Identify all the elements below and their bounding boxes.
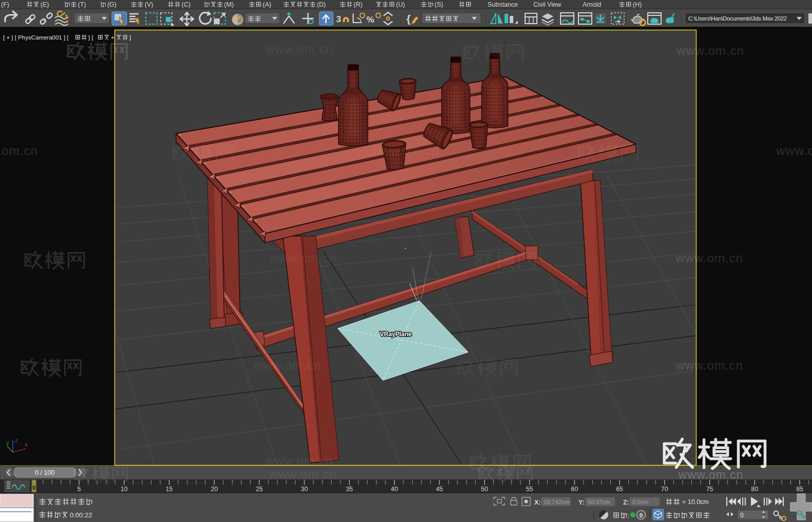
svg-text:www.om.cn: www.om.cn — [675, 251, 743, 265]
svg-text:www.om.cn: www.om.cn — [0, 144, 38, 158]
svg-text:VRayPlane: VRayPlane — [380, 331, 412, 338]
svg-text:0: 0 — [32, 485, 35, 491]
svg-text:0: 0 — [740, 512, 744, 519]
svg-text:www.om.cn: www.om.cn — [776, 144, 812, 158]
svg-text:50.37cm: 50.37cm — [588, 499, 610, 505]
svg-text:+: + — [111, 34, 114, 41]
svg-text:75: 75 — [706, 486, 713, 493]
svg-text:www.om.cn: www.om.cn — [265, 42, 333, 56]
svg-text:85: 85 — [796, 486, 803, 493]
svg-text:3: 3 — [336, 14, 341, 24]
svg-text:y: y — [6, 439, 9, 446]
svg-text:%: % — [366, 15, 374, 25]
svg-text:(V): (V) — [145, 1, 153, 8]
svg-text:= 10.0cm: = 10.0cm — [682, 498, 709, 506]
svg-text:(U): (U) — [396, 1, 405, 8]
svg-text:Z:: Z: — [623, 499, 629, 506]
svg-text::: : — [627, 512, 629, 519]
svg-text:C:\Users\Han\Documents\3ds Max: C:\Users\Han\Documents\3ds Max 2022 — [688, 15, 787, 22]
svg-text:80: 80 — [751, 486, 758, 493]
svg-text:(T): (T) — [78, 1, 86, 8]
svg-text:10: 10 — [121, 486, 128, 493]
svg-text:0 / 100: 0 / 100 — [35, 469, 54, 476]
svg-text:(M): (M) — [224, 1, 234, 8]
svg-text:70: 70 — [661, 486, 668, 493]
svg-text:]: ] — [129, 34, 131, 41]
svg-text:(D): (D) — [317, 1, 325, 8]
svg-text:Y:: Y: — [578, 499, 585, 506]
svg-text:(F): (F) — [1, 1, 9, 8]
svg-text:www.om.cn: www.om.cn — [371, 144, 439, 158]
svg-text:0: 0 — [640, 512, 643, 518]
svg-text:www.om.cn: www.om.cn — [675, 358, 743, 372]
svg-text:0.0cm: 0.0cm — [632, 499, 648, 505]
svg-text:(G): (G) — [107, 1, 117, 8]
svg-text:(H): (H) — [633, 1, 642, 8]
svg-text:(A): (A) — [263, 1, 272, 8]
svg-text:Substance: Substance — [488, 1, 518, 8]
svg-text:35: 35 — [346, 486, 353, 493]
svg-text:60: 60 — [571, 486, 578, 493]
svg-text:5: 5 — [78, 486, 81, 493]
svg-text:www.om.cn: www.om.cn — [676, 44, 744, 57]
svg-text:15.742cm: 15.742cm — [544, 499, 570, 505]
svg-text:www.om.cn: www.om.cn — [265, 454, 333, 468]
svg-text:15: 15 — [166, 486, 173, 493]
svg-text:65: 65 — [616, 486, 623, 493]
svg-text:Civil View: Civil View — [533, 1, 562, 8]
svg-text:Arnold: Arnold — [583, 1, 601, 8]
svg-text:45: 45 — [436, 486, 443, 493]
svg-text:55: 55 — [526, 486, 533, 493]
svg-text:(C): (C) — [182, 1, 190, 8]
svg-text:25: 25 — [256, 486, 263, 493]
svg-text:www.om.cn: www.om.cn — [268, 251, 337, 265]
svg-text:(E): (E) — [41, 1, 49, 8]
svg-text:www.om.cn: www.om.cn — [268, 467, 337, 481]
svg-text:30: 30 — [301, 486, 308, 493]
svg-text:50: 50 — [481, 486, 488, 493]
svg-text:www.om.cn: www.om.cn — [678, 468, 744, 481]
svg-text:(S): (S) — [435, 1, 443, 8]
svg-text:[ + ] [ PhysCamera001 ] [: [ + ] [ PhysCamera001 ] [ — [3, 34, 69, 41]
svg-text:20: 20 — [210, 486, 218, 493]
svg-text:0:00:22: 0:00:22 — [70, 511, 92, 519]
svg-text:40: 40 — [391, 486, 398, 493]
svg-text:z: z — [15, 437, 18, 443]
svg-text:X:: X: — [534, 499, 541, 506]
svg-text:(R): (R) — [354, 1, 362, 8]
svg-text:www.om.cn: www.om.cn — [253, 358, 321, 372]
svg-text:{: { — [407, 13, 411, 25]
svg-text:x: x — [25, 441, 28, 448]
svg-text:] [: ] [ — [88, 34, 93, 41]
